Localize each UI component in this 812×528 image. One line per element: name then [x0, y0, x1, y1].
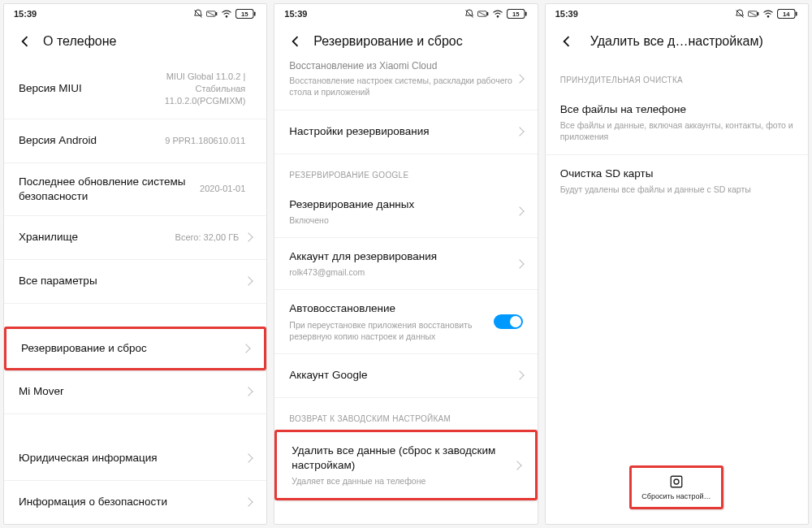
header: Резервирование и сброс [274, 24, 537, 59]
reset-icon [669, 474, 684, 489]
row-label: Аккаунт Google [289, 368, 516, 383]
row-autorestore[interactable]: Автовосстановление При переустановке при… [274, 290, 537, 354]
status-time: 15:39 [555, 9, 578, 19]
chevron-left-icon [559, 33, 575, 50]
wifi-icon [762, 10, 774, 18]
dnd-icon [735, 9, 745, 19]
row-all-files[interactable]: Все файлы на телефоне Все файлы и данные… [546, 91, 808, 155]
header: Удалить все д…настройкам) [546, 24, 808, 59]
row-label: Очистка SD карты [560, 167, 793, 181]
row-xiaomi-cloud-restore[interactable]: Восстановление из Xiaomi Cloud Восстанов… [274, 59, 537, 110]
svg-point-4 [226, 16, 227, 18]
svg-rect-24 [672, 476, 683, 487]
row-label: Версия Android [19, 133, 165, 148]
svg-point-20 [767, 16, 769, 18]
chevron-right-icon [515, 74, 524, 83]
status-bar: 15:39 15 [274, 4, 537, 24]
row-all-params[interactable]: Все параметры [4, 260, 266, 304]
row-google-account[interactable]: Аккаунт Google [274, 354, 537, 398]
row-label: Последнее обновление системы безопасност… [19, 175, 200, 204]
row-erase-all[interactable]: Удалить все данные (сброс к заводским на… [274, 430, 537, 501]
section-header-factory: ВОЗВРАТ К ЗАВОДСКИМ НАСТРОЙКАМ [274, 398, 537, 430]
row-security-info[interactable]: Информация о безопасности [4, 481, 266, 524]
status-icons: 15 [464, 9, 528, 19]
row-label: Юридическая информация [19, 451, 245, 465]
back-button[interactable] [552, 27, 581, 56]
svg-rect-18 [758, 12, 758, 15]
row-value: 2020-01-01 [200, 183, 245, 195]
chevron-right-icon [244, 387, 253, 396]
svg-rect-10 [487, 12, 488, 15]
screen-backup-reset: 15:39 15 Резервирование и сброс Восстано… [274, 3, 538, 525]
reset-settings-button[interactable]: Сбросить настройк… [629, 465, 723, 509]
row-sub: rolk473@gmail.com [289, 266, 516, 278]
row-label: Резервирование и сброс [21, 341, 243, 356]
row-sub: Удаляет все данные на телефоне [292, 475, 513, 487]
chevron-right-icon [515, 371, 524, 380]
status-icons: 14 [735, 9, 798, 19]
content: Восстановление из Xiaomi Cloud Восстанов… [274, 59, 537, 524]
row-data-backup[interactable]: Резервирование данных Включено [274, 186, 537, 238]
battery-icon: 15 [507, 9, 528, 19]
dnd-icon [193, 9, 203, 19]
row-label: Аккаунт для резервирования [289, 249, 516, 264]
toggle-autorestore[interactable] [494, 314, 523, 329]
content: Версия MIUI MIUI Global 11.0.2 | Стабиль… [4, 59, 266, 524]
row-label: Информация о безопасности [19, 495, 245, 509]
dnd-icon [464, 9, 474, 19]
svg-line-3 [208, 12, 215, 15]
battery-icon: 14 [777, 9, 798, 19]
wifi-icon [221, 10, 232, 18]
chevron-right-icon [515, 259, 524, 268]
row-label: Все файлы на телефоне [560, 102, 793, 117]
svg-text:15: 15 [512, 11, 520, 18]
row-value: Всего: 32,00 ГБ [175, 232, 240, 244]
row-backup-reset[interactable]: Резервирование и сброс [4, 327, 266, 370]
back-button[interactable] [281, 27, 310, 56]
row-label: Версия MIUI [19, 81, 123, 96]
row-value: MIUI Global 11.0.2 | Стабильная 11.0.2.0… [123, 71, 245, 107]
row-backup-account[interactable]: Аккаунт для резервирования rolk473@gmail… [274, 238, 537, 290]
row-legal[interactable]: Юридическая информация [4, 437, 266, 481]
chevron-right-icon [244, 233, 253, 242]
back-button[interactable] [11, 27, 40, 56]
row-sub: Восстановление настроек системы, расклад… [289, 75, 516, 97]
svg-rect-14 [525, 11, 527, 15]
chevron-right-icon [515, 127, 524, 136]
chevron-right-icon [242, 344, 251, 353]
svg-rect-6 [254, 11, 256, 15]
row-label: Хранилище [19, 230, 175, 245]
svg-text:15: 15 [241, 11, 248, 18]
row-android-version[interactable]: Версия Android 9 PPR1.180610.011 [4, 119, 266, 163]
svg-rect-22 [796, 11, 797, 15]
chevron-left-icon [287, 33, 304, 50]
row-sub: Будут удалены все файлы и данные с SD ка… [560, 184, 793, 195]
chevron-right-icon [515, 207, 524, 216]
header: О телефоне [4, 24, 266, 59]
row-label: Настройки резервирования [289, 124, 516, 139]
svg-rect-2 [216, 12, 217, 15]
chevron-right-icon [244, 498, 253, 507]
svg-line-19 [749, 12, 757, 15]
battery-icon-small [477, 10, 489, 18]
row-backup-settings[interactable]: Настройки резервирования [274, 110, 537, 154]
page-title: Резервирование и сброс [313, 34, 530, 49]
page-title: О телефоне [43, 34, 260, 49]
status-icons: 15 [193, 9, 257, 19]
content: ПРИНУДИТЕЛЬНАЯ ОЧИСТКА Все файлы на теле… [546, 59, 808, 524]
row-sub: Все файлы и данные, включая аккаунты, ко… [560, 119, 793, 142]
row-label: Mi Mover [19, 384, 245, 399]
row-label: Восстановление из Xiaomi Cloud [289, 59, 516, 72]
status-time: 15:39 [284, 9, 307, 19]
battery-icon: 15 [235, 9, 257, 19]
row-miui-version[interactable]: Версия MIUI MIUI Global 11.0.2 | Стабиль… [4, 59, 266, 119]
wifi-icon [492, 10, 503, 18]
status-bar: 15:39 15 [4, 4, 266, 24]
row-sd-cleanup[interactable]: Очистка SD карты Будут удалены все файлы… [546, 155, 808, 206]
status-bar: 15:39 14 [546, 4, 808, 24]
row-storage[interactable]: Хранилище Всего: 32,00 ГБ [4, 216, 266, 260]
screen-erase-all: 15:39 14 Удалить все д…настройкам) ПРИНУ… [545, 3, 809, 525]
row-security-update[interactable]: Последнее обновление системы безопасност… [4, 163, 266, 216]
row-mi-mover[interactable]: Mi Mover [4, 370, 266, 414]
status-time: 15:39 [14, 9, 37, 19]
